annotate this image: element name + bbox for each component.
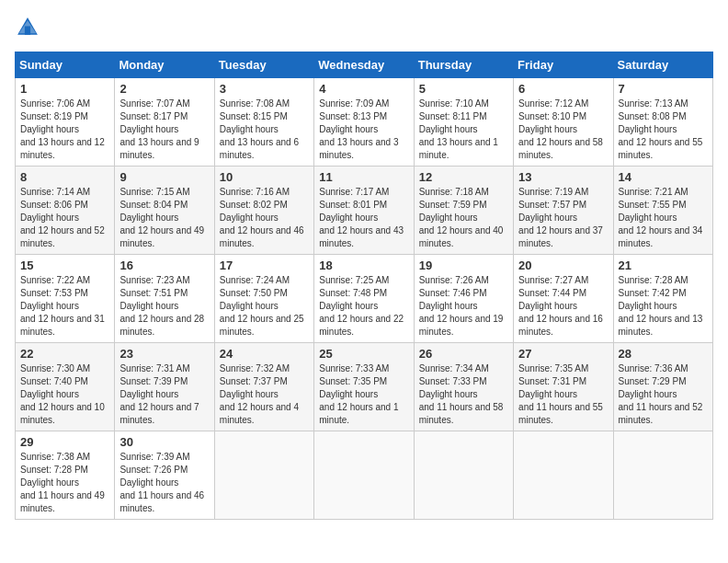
day-number: 21 — [619, 259, 708, 272]
day-info: Sunrise: 7:08 AM Sunset: 8:15 PM Dayligh… — [220, 98, 309, 162]
day-number: 25 — [319, 347, 408, 361]
calendar-cell: 3 Sunrise: 7:08 AM Sunset: 8:15 PM Dayli… — [214, 78, 313, 167]
day-info: Sunrise: 7:17 AM Sunset: 8:01 PM Dayligh… — [319, 186, 408, 250]
day-info: Sunrise: 7:33 AM Sunset: 7:35 PM Dayligh… — [319, 362, 408, 427]
col-tuesday: Tuesday — [214, 52, 313, 78]
calendar-cell: 15 Sunrise: 7:22 AM Sunset: 7:53 PM Dayl… — [16, 255, 115, 343]
day-number: 8 — [20, 170, 109, 184]
calendar-cell: 26 Sunrise: 7:34 AM Sunset: 7:33 PM Dayl… — [414, 343, 513, 431]
calendar-cell: 11 Sunrise: 7:17 AM Sunset: 8:01 PM Dayl… — [314, 167, 414, 255]
calendar-cell: 7 Sunrise: 7:13 AM Sunset: 8:08 PM Dayli… — [613, 78, 712, 167]
calendar-cell: 22 Sunrise: 7:30 AM Sunset: 7:40 PM Dayl… — [16, 343, 115, 431]
day-info: Sunrise: 7:15 AM Sunset: 8:04 PM Dayligh… — [119, 186, 209, 250]
day-info: Sunrise: 7:27 AM Sunset: 7:44 PM Dayligh… — [518, 274, 608, 339]
day-info: Sunrise: 7:19 AM Sunset: 7:57 PM Dayligh… — [518, 186, 608, 250]
day-number: 12 — [419, 170, 508, 184]
col-sunday: Sunday — [16, 52, 115, 78]
calendar-cell: 16 Sunrise: 7:23 AM Sunset: 7:51 PM Dayl… — [115, 255, 214, 343]
svg-rect-2 — [25, 26, 30, 34]
day-number: 27 — [518, 347, 608, 361]
day-info: Sunrise: 7:31 AM Sunset: 7:39 PM Dayligh… — [119, 362, 209, 427]
day-number: 5 — [419, 82, 508, 96]
day-info: Sunrise: 7:14 AM Sunset: 8:06 PM Dayligh… — [20, 186, 109, 250]
day-number: 11 — [319, 170, 408, 184]
day-number: 4 — [319, 82, 408, 96]
day-info: Sunrise: 7:16 AM Sunset: 8:02 PM Dayligh… — [220, 186, 309, 250]
day-info: Sunrise: 7:30 AM Sunset: 7:40 PM Dayligh… — [20, 362, 109, 427]
calendar-cell: 23 Sunrise: 7:31 AM Sunset: 7:39 PM Dayl… — [115, 343, 214, 431]
day-number: 1 — [20, 82, 109, 96]
calendar-cell — [613, 431, 712, 520]
day-number: 19 — [419, 259, 508, 272]
day-number: 24 — [220, 347, 309, 361]
calendar-cell — [214, 431, 313, 520]
calendar-cell — [514, 431, 613, 520]
page-header — [15, 15, 713, 40]
day-number: 15 — [20, 259, 109, 272]
calendar-cell: 20 Sunrise: 7:27 AM Sunset: 7:44 PM Dayl… — [514, 255, 613, 343]
logo-icon — [15, 15, 40, 40]
calendar-header-row: Sunday Monday Tuesday Wednesday Thursday… — [16, 52, 713, 78]
calendar-week-row: 22 Sunrise: 7:30 AM Sunset: 7:40 PM Dayl… — [16, 343, 713, 431]
day-number: 7 — [619, 82, 708, 96]
day-number: 20 — [518, 259, 608, 272]
day-info: Sunrise: 7:36 AM Sunset: 7:29 PM Dayligh… — [619, 362, 708, 427]
calendar-cell: 29 Sunrise: 7:38 AM Sunset: 7:28 PM Dayl… — [16, 431, 115, 520]
day-number: 6 — [518, 82, 608, 96]
day-number: 22 — [20, 347, 109, 361]
day-info: Sunrise: 7:06 AM Sunset: 8:19 PM Dayligh… — [20, 98, 109, 162]
calendar-cell: 28 Sunrise: 7:36 AM Sunset: 7:29 PM Dayl… — [613, 343, 712, 431]
day-number: 9 — [119, 170, 209, 184]
calendar-cell: 21 Sunrise: 7:28 AM Sunset: 7:42 PM Dayl… — [613, 255, 712, 343]
day-number: 16 — [119, 259, 209, 272]
day-number: 28 — [619, 347, 708, 361]
calendar-cell: 13 Sunrise: 7:19 AM Sunset: 7:57 PM Dayl… — [514, 167, 613, 255]
calendar-cell: 24 Sunrise: 7:32 AM Sunset: 7:37 PM Dayl… — [214, 343, 313, 431]
calendar-cell: 4 Sunrise: 7:09 AM Sunset: 8:13 PM Dayli… — [314, 78, 414, 167]
day-number: 3 — [220, 82, 309, 96]
calendar-cell: 9 Sunrise: 7:15 AM Sunset: 8:04 PM Dayli… — [115, 167, 214, 255]
calendar-table: Sunday Monday Tuesday Wednesday Thursday… — [15, 52, 713, 520]
day-info: Sunrise: 7:13 AM Sunset: 8:08 PM Dayligh… — [619, 98, 708, 162]
day-info: Sunrise: 7:21 AM Sunset: 7:55 PM Dayligh… — [619, 186, 708, 250]
day-info: Sunrise: 7:39 AM Sunset: 7:26 PM Dayligh… — [119, 451, 209, 515]
calendar-cell: 18 Sunrise: 7:25 AM Sunset: 7:48 PM Dayl… — [314, 255, 414, 343]
day-info: Sunrise: 7:28 AM Sunset: 7:42 PM Dayligh… — [619, 274, 708, 339]
calendar-cell: 2 Sunrise: 7:07 AM Sunset: 8:17 PM Dayli… — [115, 78, 214, 167]
calendar-cell: 25 Sunrise: 7:33 AM Sunset: 7:35 PM Dayl… — [314, 343, 414, 431]
day-info: Sunrise: 7:26 AM Sunset: 7:46 PM Dayligh… — [419, 274, 508, 339]
calendar-cell: 30 Sunrise: 7:39 AM Sunset: 7:26 PM Dayl… — [115, 431, 214, 520]
col-saturday: Saturday — [613, 52, 712, 78]
col-monday: Monday — [115, 52, 214, 78]
day-number: 2 — [119, 82, 209, 96]
calendar-cell — [314, 431, 414, 520]
col-wednesday: Wednesday — [314, 52, 414, 78]
day-info: Sunrise: 7:24 AM Sunset: 7:50 PM Dayligh… — [220, 274, 309, 339]
calendar-cell: 14 Sunrise: 7:21 AM Sunset: 7:55 PM Dayl… — [613, 167, 712, 255]
calendar-cell: 17 Sunrise: 7:24 AM Sunset: 7:50 PM Dayl… — [214, 255, 313, 343]
day-info: Sunrise: 7:18 AM Sunset: 7:59 PM Dayligh… — [419, 186, 508, 250]
day-info: Sunrise: 7:09 AM Sunset: 8:13 PM Dayligh… — [319, 98, 408, 162]
day-number: 13 — [518, 170, 608, 184]
day-info: Sunrise: 7:35 AM Sunset: 7:31 PM Dayligh… — [518, 362, 608, 427]
calendar-week-row: 8 Sunrise: 7:14 AM Sunset: 8:06 PM Dayli… — [16, 167, 713, 255]
col-thursday: Thursday — [414, 52, 513, 78]
calendar-week-row: 1 Sunrise: 7:06 AM Sunset: 8:19 PM Dayli… — [16, 78, 713, 167]
day-info: Sunrise: 7:07 AM Sunset: 8:17 PM Dayligh… — [119, 98, 209, 162]
day-number: 23 — [119, 347, 209, 361]
calendar-cell: 6 Sunrise: 7:12 AM Sunset: 8:10 PM Dayli… — [514, 78, 613, 167]
calendar-cell: 5 Sunrise: 7:10 AM Sunset: 8:11 PM Dayli… — [414, 78, 513, 167]
day-number: 18 — [319, 259, 408, 272]
day-number: 17 — [220, 259, 309, 272]
day-info: Sunrise: 7:38 AM Sunset: 7:28 PM Dayligh… — [20, 451, 109, 515]
day-number: 14 — [619, 170, 708, 184]
day-info: Sunrise: 7:22 AM Sunset: 7:53 PM Dayligh… — [20, 274, 109, 339]
day-info: Sunrise: 7:10 AM Sunset: 8:11 PM Dayligh… — [419, 98, 508, 162]
day-info: Sunrise: 7:32 AM Sunset: 7:37 PM Dayligh… — [220, 362, 309, 427]
calendar-week-row: 15 Sunrise: 7:22 AM Sunset: 7:53 PM Dayl… — [16, 255, 713, 343]
calendar-cell: 10 Sunrise: 7:16 AM Sunset: 8:02 PM Dayl… — [214, 167, 313, 255]
calendar-cell — [414, 431, 513, 520]
day-number: 30 — [119, 435, 209, 449]
day-info: Sunrise: 7:34 AM Sunset: 7:33 PM Dayligh… — [419, 362, 508, 427]
day-number: 10 — [220, 170, 309, 184]
